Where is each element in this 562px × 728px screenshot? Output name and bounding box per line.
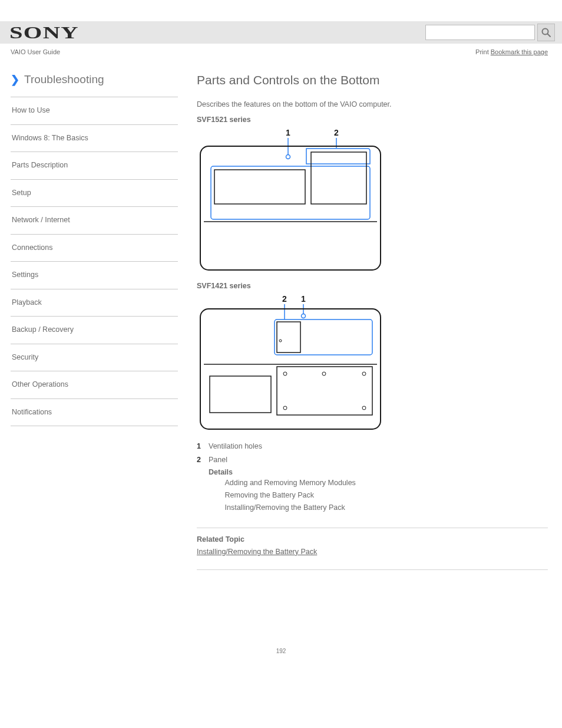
model-label-a: SVF1521 series	[197, 116, 548, 124]
bullet-item[interactable]: Adding and Removing Memory Modules	[225, 477, 356, 489]
svg-rect-19	[277, 322, 300, 353]
brand-logo: SONY	[9, 22, 79, 42]
svg-point-5	[286, 155, 290, 159]
svg-rect-17	[200, 309, 381, 429]
divider	[197, 528, 548, 528]
svg-rect-23	[277, 367, 372, 415]
diagram-svf1521: 1 2	[197, 127, 385, 274]
svg-rect-22	[210, 376, 271, 413]
svg-point-16	[302, 314, 306, 318]
sidebar: ❯ Troubleshooting How to Use Windows 8: …	[11, 73, 178, 577]
bullet-item[interactable]: Installing/Removing the Battery Pack	[225, 502, 356, 513]
svg-text:2: 2	[334, 128, 339, 137]
related-link[interactable]: Installing/Removing the Battery Pack	[197, 548, 317, 556]
print-label: Print	[475, 48, 491, 55]
svg-rect-7	[200, 146, 381, 270]
bookmark-link[interactable]: Bookmark this page	[491, 48, 548, 55]
header-bar: SONY	[0, 21, 562, 44]
user-guide-label: VAIO User Guide	[11, 48, 60, 55]
main-content: Parts and Controls on the Bottom Describ…	[197, 73, 548, 577]
svg-text:1: 1	[301, 294, 306, 304]
page-title: Parts and Controls on the Bottom	[197, 73, 548, 87]
svg-point-27	[283, 406, 287, 410]
list-number: 2	[197, 454, 205, 515]
search-input[interactable]	[425, 25, 535, 40]
svg-point-24	[283, 372, 287, 375]
svg-line-1	[548, 34, 551, 37]
list-item: 1 Ventilation holes	[197, 441, 548, 452]
sidebar-title: Troubleshooting	[24, 73, 104, 86]
list-text: Panel	[209, 456, 227, 464]
divider	[197, 569, 548, 570]
sidebar-item-connections[interactable]: Connections	[11, 234, 178, 262]
sidebar-item-playback[interactable]: Playback	[11, 289, 178, 317]
svg-point-28	[362, 406, 366, 410]
search-button[interactable]	[537, 24, 555, 41]
top-row: VAIO User Guide Print Bookmark this page	[0, 44, 562, 59]
details-label: Details	[209, 468, 233, 476]
details-bullets: Adding and Removing Memory Modules Remov…	[225, 477, 356, 513]
svg-rect-18	[275, 319, 372, 355]
sidebar-item-windows8[interactable]: Windows 8: The Basics	[11, 124, 178, 152]
sidebar-item-notifications[interactable]: Notifications	[11, 398, 178, 426]
lead-paragraph: Describes the features on the bottom of …	[197, 99, 548, 110]
related-topic-title: Related Topic	[197, 535, 548, 543]
svg-text:2: 2	[282, 294, 287, 304]
sidebar-item-how-to-use[interactable]: How to Use	[11, 97, 178, 124]
sidebar-item-security[interactable]: Security	[11, 344, 178, 371]
svg-text:1: 1	[286, 128, 290, 137]
svg-rect-8	[211, 166, 370, 219]
print-bookmark: Print Bookmark this page	[475, 48, 548, 55]
sidebar-item-other[interactable]: Other Operations	[11, 371, 178, 398]
sidebar-item-network[interactable]: Network / Internet	[11, 206, 178, 234]
sidebar-item-backup[interactable]: Backup / Recovery	[11, 316, 178, 344]
svg-point-25	[322, 372, 326, 375]
sidebar-item-parts-description[interactable]: Parts Description	[11, 151, 178, 179]
page-number: 192	[0, 648, 562, 654]
diagram-svf1421: 2 1	[197, 294, 385, 433]
list-number: 1	[197, 441, 205, 452]
svg-rect-10	[311, 152, 366, 204]
numbered-list: 1 Ventilation holes 2 Panel Details Addi…	[197, 441, 548, 515]
sidebar-list: How to Use Windows 8: The Basics Parts D…	[11, 97, 178, 426]
search-icon	[541, 27, 551, 38]
sidebar-item-setup[interactable]: Setup	[11, 179, 178, 207]
list-item: 2 Panel Details Adding and Removing Memo…	[197, 454, 548, 515]
list-text: Ventilation holes	[209, 441, 262, 452]
svg-rect-9	[214, 170, 305, 204]
sidebar-item-settings[interactable]: Settings	[11, 261, 178, 289]
bullet-item[interactable]: Removing the Battery Pack	[225, 490, 356, 501]
model-label-b: SVF1421 series	[197, 282, 548, 290]
svg-point-20	[279, 340, 282, 342]
svg-point-26	[362, 372, 366, 375]
search-group	[425, 24, 555, 41]
chevron-right-icon: ❯	[11, 74, 19, 85]
